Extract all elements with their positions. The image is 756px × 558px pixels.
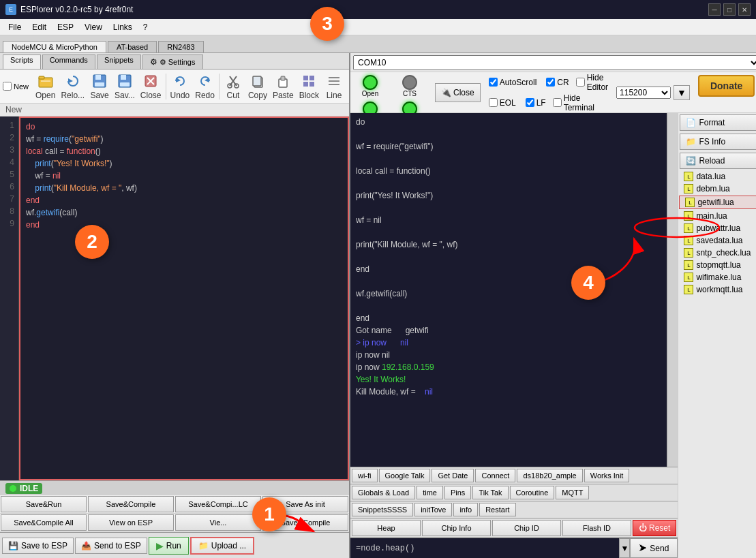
time-button[interactable]: time bbox=[417, 486, 443, 499]
google-talk-button[interactable]: Google Talk bbox=[379, 469, 431, 482]
quick-buttons-row2: Globals & Load time Pins Tik Tak Corouti… bbox=[350, 484, 678, 501]
file-stopmqtt-lua[interactable]: L stopmqtt.lua bbox=[678, 259, 756, 271]
undo-button[interactable]: Undo bbox=[168, 72, 193, 102]
connect-button[interactable]: Connect bbox=[475, 469, 515, 482]
heap-button[interactable]: Heap bbox=[352, 520, 421, 536]
reload-sidebar-button[interactable]: 🔄 Reload bbox=[680, 153, 756, 169]
restart-button[interactable]: Restart bbox=[479, 503, 515, 516]
sub-tab-settings[interactable]: ⚙ ⚙ Settings bbox=[142, 55, 203, 69]
send-to-esp-button[interactable]: 📤 Send to ESP bbox=[75, 538, 147, 554]
code-editor[interactable]: 1234 56789 do wf = require("getwifi") lo… bbox=[0, 117, 349, 480]
sub-tab-snippets[interactable]: Snippets bbox=[97, 55, 141, 69]
chip-id-button[interactable]: Chip ID bbox=[492, 520, 561, 536]
tab-rn2483[interactable]: RN2483 bbox=[158, 41, 203, 52]
upload-button[interactable]: 📁 Upload ... bbox=[190, 537, 254, 555]
maximize-button[interactable]: □ bbox=[723, 3, 736, 16]
info-button[interactable]: info bbox=[453, 503, 478, 516]
works-init-button[interactable]: Works Init bbox=[584, 469, 630, 482]
mqtt-button[interactable]: MQTT bbox=[556, 486, 589, 499]
saveas-button[interactable]: Sav... bbox=[112, 72, 138, 102]
undo-icon bbox=[172, 73, 188, 89]
menu-help[interactable]: ? bbox=[138, 21, 153, 33]
snippets-button[interactable]: SnippetsSSSS bbox=[352, 503, 413, 516]
ds18b20-button[interactable]: ds18b20_ample bbox=[517, 469, 582, 482]
terminal-scrollbar[interactable] bbox=[667, 113, 678, 467]
tab-nodemcu[interactable]: NodeMCU & MicroPython bbox=[3, 41, 106, 52]
save-compile-lc-button[interactable]: Save&Compi...LC bbox=[175, 496, 261, 512]
lua-file-icon: L bbox=[685, 198, 695, 207]
save-compile-right-button[interactable]: Save&Compile bbox=[262, 514, 348, 531]
file-sntp-lua[interactable]: L sntp_check.lua bbox=[678, 247, 756, 259]
fs-info-button[interactable]: 📁 FS Info bbox=[680, 134, 756, 150]
tab-at-based[interactable]: AT-based bbox=[108, 41, 157, 52]
tik-tak-button[interactable]: Tik Tak bbox=[472, 486, 508, 499]
save-button[interactable]: Save bbox=[87, 72, 112, 102]
open-button[interactable]: Open bbox=[33, 72, 58, 102]
minimize-button[interactable]: ─ bbox=[708, 3, 721, 16]
file-savedata-lua[interactable]: L savedata.lua bbox=[678, 234, 756, 247]
donate-button[interactable]: Donate bbox=[698, 75, 755, 97]
save-compile-all-button[interactable]: Save&Compile All bbox=[1, 514, 87, 531]
close-button[interactable]: ✕ bbox=[738, 3, 751, 16]
reload-button[interactable]: Relo... bbox=[58, 72, 87, 102]
cts-button[interactable]: CTS bbox=[393, 75, 427, 97]
view-button[interactable]: Vie... bbox=[175, 514, 261, 531]
save-run-button[interactable]: Save&Run bbox=[1, 496, 87, 512]
pins-button[interactable]: Pins bbox=[444, 486, 471, 499]
run-button[interactable]: ▶ Run bbox=[149, 537, 189, 555]
file-getwifi-lua[interactable]: L getwifi.lua bbox=[679, 196, 756, 209]
init-tove-button[interactable]: initTove bbox=[414, 503, 452, 516]
paste-button[interactable]: Paste bbox=[270, 72, 297, 102]
chip-info-button[interactable]: Chip Info bbox=[422, 520, 491, 536]
file-main-lua[interactable]: L main.lua bbox=[678, 210, 756, 222]
new-checkbox[interactable] bbox=[3, 82, 12, 91]
file-pubwattr-lua[interactable]: L pubwattr.lua bbox=[678, 222, 756, 234]
eol-checkbox[interactable] bbox=[489, 98, 498, 107]
open-button-com[interactable]: Open bbox=[353, 75, 387, 97]
view-on-esp-button[interactable]: View on ESP bbox=[88, 514, 174, 531]
disconnect-button[interactable]: 🔌 Close bbox=[435, 83, 481, 102]
block-button[interactable]: Block bbox=[297, 72, 322, 102]
hide-editor-checkbox[interactable] bbox=[576, 78, 585, 87]
code-content[interactable]: do wf = require("getwifi") local call = … bbox=[19, 117, 349, 480]
com-port-select[interactable]: COM10 bbox=[353, 55, 756, 70]
menu-file[interactable]: File bbox=[3, 21, 27, 33]
save-to-esp-button[interactable]: 💾 Save to ESP bbox=[2, 538, 74, 554]
send-button[interactable]: ⮞ Send bbox=[630, 538, 678, 558]
format-button[interactable]: 📄 Format bbox=[680, 114, 756, 131]
save-as-init-button[interactable]: Save As init bbox=[262, 496, 348, 512]
menu-edit[interactable]: Edit bbox=[27, 21, 52, 33]
file-debm-lua[interactable]: L debm.lua bbox=[678, 183, 756, 195]
file-data-lua[interactable]: L data.lua bbox=[678, 170, 756, 183]
save-compile-button[interactable]: Save&Compile bbox=[88, 496, 174, 512]
menu-links[interactable]: Links bbox=[108, 21, 138, 33]
autoscroll-checkbox[interactable] bbox=[489, 78, 498, 87]
flash-id-button[interactable]: Flash ID bbox=[562, 520, 631, 536]
hide-terminal-checkbox[interactable] bbox=[553, 98, 562, 107]
sub-tab-scripts[interactable]: Scripts bbox=[3, 55, 41, 69]
checkboxes-area: AutoScroll CR Hide Editor EOL bbox=[489, 75, 608, 110]
file-wifimake-lua[interactable]: L wifimake.lua bbox=[678, 271, 756, 283]
terminal-line: ip now nil bbox=[356, 349, 661, 361]
globals-load-button[interactable]: Globals & Load bbox=[352, 486, 415, 499]
reset-button[interactable]: ⏻ Reset bbox=[633, 520, 676, 536]
sub-tab-commands[interactable]: Commands bbox=[42, 55, 95, 69]
cut-button[interactable]: Cut bbox=[221, 72, 245, 102]
redo-button[interactable]: Redo bbox=[192, 72, 217, 102]
file-workmqtt-lua[interactable]: L workmqtt.lua bbox=[678, 283, 756, 296]
close-button-toolbar[interactable]: Close bbox=[138, 72, 164, 102]
baud-rate-select[interactable]: 115200 bbox=[616, 87, 671, 99]
menu-esp[interactable]: ESP bbox=[52, 21, 79, 33]
get-date-button[interactable]: Get Date bbox=[432, 469, 474, 482]
wifi-button[interactable]: wi-fi bbox=[352, 469, 378, 482]
input-dropdown-arrow[interactable]: ▼ bbox=[619, 538, 630, 558]
command-input[interactable] bbox=[350, 541, 619, 556]
lf-checkbox[interactable] bbox=[526, 98, 534, 107]
baud-dropdown-button[interactable]: ▼ bbox=[674, 85, 690, 100]
cr-checkbox[interactable] bbox=[546, 78, 555, 87]
line-button[interactable]: Line bbox=[322, 72, 346, 102]
copy-button[interactable]: Copy bbox=[245, 72, 270, 102]
terminal[interactable]: do wf = require("getwifi") local call = … bbox=[350, 113, 667, 467]
menu-view[interactable]: View bbox=[79, 21, 108, 33]
coroutine-button[interactable]: Coroutine bbox=[510, 486, 555, 499]
